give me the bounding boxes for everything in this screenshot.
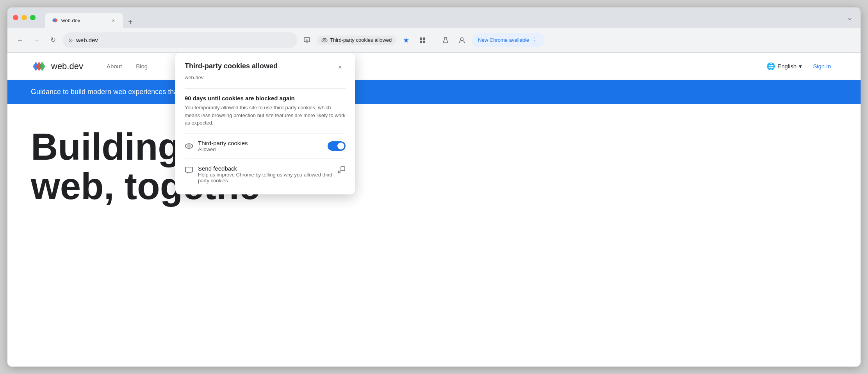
svg-point-4 — [324, 39, 325, 41]
more-icon: ⋮ — [531, 36, 538, 45]
cookie-indicator-button[interactable]: Third-party cookies allowed — [317, 36, 396, 45]
svg-point-15 — [188, 145, 190, 147]
hero-title: Building a bet web, togethe — [31, 127, 837, 206]
profile-icon — [458, 37, 465, 44]
site-logo: web.dev — [31, 59, 83, 74]
popup-title: Third-party cookies allowed — [185, 62, 278, 70]
download-icon — [303, 37, 310, 44]
extensions-icon — [419, 37, 426, 44]
popup-warning-text: You temporarily allowed this site to use… — [185, 104, 346, 127]
popup-divider-3 — [185, 159, 346, 159]
address-bar-input[interactable]: ⊙ web.dev — [63, 32, 297, 48]
banner-text: Guidance to build modern web experiences… — [31, 88, 196, 96]
popup-close-button[interactable]: × — [335, 62, 346, 73]
forward-button: → — [30, 34, 43, 47]
sign-in-button[interactable]: Sign in — [807, 60, 837, 73]
toolbar-separator — [434, 36, 434, 45]
svg-rect-5 — [420, 37, 422, 40]
svg-rect-7 — [420, 41, 422, 43]
globe-icon: 🌐 — [766, 62, 775, 71]
minimize-traffic-light[interactable] — [21, 15, 27, 20]
browser-menu-button[interactable]: ⌄ — [844, 12, 855, 23]
popup-header: Third-party cookies allowed × — [185, 62, 346, 73]
address-bar: ← → ↻ ⊙ web.dev Third-party cookies allo… — [7, 28, 861, 53]
traffic-lights — [13, 15, 36, 20]
cookies-row-left: Third-party cookies Allowed — [185, 140, 248, 152]
popup-subtitle: web.dev — [185, 75, 346, 80]
new-chrome-label: New Chrome available — [478, 37, 529, 43]
cookies-row-sublabel: Allowed — [198, 146, 248, 152]
new-chrome-button[interactable]: New Chrome available ⋮ — [472, 33, 545, 47]
toggle-thumb — [337, 142, 344, 150]
tab-close-button[interactable]: × — [110, 17, 117, 24]
hero-line-1: Building a bet — [31, 127, 837, 167]
tab-title: web.dev — [61, 18, 107, 23]
popup-divider-1 — [185, 88, 346, 89]
language-label: English — [777, 63, 797, 69]
popup-warning-title: 90 days until cookies are blocked again — [185, 95, 346, 102]
svg-marker-1 — [54, 18, 58, 23]
feedback-icon — [185, 166, 193, 175]
nav-about[interactable]: About — [107, 63, 122, 69]
svg-rect-6 — [423, 37, 425, 40]
svg-point-14 — [185, 144, 193, 148]
site-nav: About Blog — [107, 63, 148, 69]
feedback-label: Send feedback — [198, 165, 338, 172]
language-button[interactable]: 🌐 English ▾ — [762, 59, 807, 74]
eye-row-icon — [185, 142, 193, 150]
star-icon: ★ — [403, 36, 409, 45]
tab-strip: web.dev × + — [45, 7, 136, 28]
hero-section: Building a bet web, togethe — [7, 104, 861, 206]
chevron-down-icon: ▾ — [799, 63, 802, 70]
maximize-traffic-light[interactable] — [30, 15, 36, 20]
svg-rect-16 — [185, 167, 192, 172]
nav-blog[interactable]: Blog — [136, 63, 148, 69]
bookmark-button[interactable]: ★ — [399, 34, 413, 47]
address-url: web.dev — [76, 37, 292, 43]
download-button[interactable] — [300, 34, 314, 47]
browser-window: web.dev × + ⌄ ← → ↻ ⊙ web.dev — [7, 7, 861, 367]
cookie-popup: Third-party cookies allowed × web.dev 90… — [175, 53, 355, 194]
cookies-toggle-row: Third-party cookies Allowed — [185, 140, 346, 152]
feedback-row-left: Send feedback Help us improve Chrome by … — [185, 165, 338, 183]
page-content: web.dev About Blog 🌐 English ▾ Sign in G… — [7, 53, 861, 367]
address-security-icon: ⊙ — [68, 37, 73, 43]
feedback-sublabel: Help us improve Chrome by telling us why… — [198, 172, 338, 183]
feedback-row[interactable]: Send feedback Help us improve Chrome by … — [185, 165, 346, 183]
tab-favicon-icon — [51, 17, 58, 24]
cookies-row-label: Third-party cookies — [198, 140, 248, 146]
title-bar: web.dev × + ⌄ — [7, 7, 861, 28]
popup-divider-2 — [185, 133, 346, 134]
cookie-indicator-label: Third-party cookies allowed — [330, 37, 392, 43]
close-traffic-light[interactable] — [13, 15, 18, 20]
svg-point-10 — [461, 37, 463, 40]
active-tab[interactable]: web.dev × — [45, 13, 123, 28]
lab-icon — [442, 37, 449, 44]
extensions-button[interactable] — [416, 34, 429, 47]
svg-point-3 — [322, 38, 327, 42]
lab-button[interactable] — [439, 34, 452, 47]
back-button[interactable]: ← — [14, 34, 27, 47]
hero-line-2: web, togethe — [31, 167, 837, 206]
new-tab-button[interactable]: + — [125, 16, 136, 28]
external-link-icon — [338, 166, 346, 174]
site-name-label: web.dev — [51, 61, 83, 71]
refresh-button[interactable]: ↻ — [46, 34, 60, 47]
webdev-logo-icon — [31, 59, 46, 74]
profile-button[interactable] — [455, 34, 469, 47]
blue-banner: Guidance to build modern web experiences… — [7, 80, 861, 104]
site-header: web.dev About Blog 🌐 English ▾ Sign in — [7, 53, 861, 80]
svg-rect-8 — [423, 41, 425, 43]
svg-rect-17 — [341, 167, 345, 171]
eye-icon — [321, 37, 328, 43]
cookies-toggle[interactable] — [328, 141, 346, 151]
